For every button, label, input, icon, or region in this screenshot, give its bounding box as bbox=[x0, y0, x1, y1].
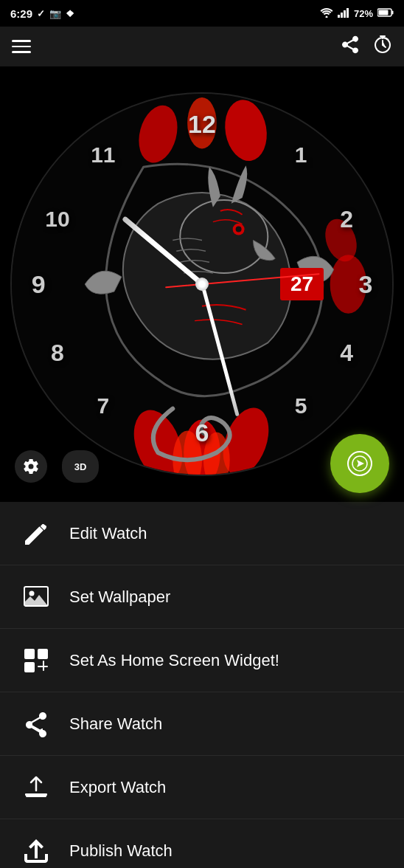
timer-icon[interactable] bbox=[373, 35, 392, 58]
svg-rect-7 bbox=[379, 10, 389, 15]
share-watch-label: Share Watch bbox=[69, 714, 162, 734]
battery-label: 72% bbox=[354, 8, 373, 19]
svg-rect-3 bbox=[344, 10, 346, 18]
publish-watch-icon bbox=[19, 834, 53, 868]
menu-item-share-watch[interactable]: Share Watch bbox=[0, 692, 404, 756]
center-dot bbox=[195, 278, 209, 291]
hamburger-menu[interactable] bbox=[12, 40, 31, 53]
hamburger-line-1 bbox=[12, 40, 31, 42]
svg-rect-1 bbox=[338, 15, 340, 18]
signal-icon bbox=[338, 7, 349, 20]
hamburger-line-2 bbox=[12, 46, 31, 48]
svg-rect-6 bbox=[392, 10, 394, 14]
share-icon[interactable] bbox=[341, 35, 360, 58]
set-wallpaper-icon bbox=[19, 580, 53, 614]
status-right: 72% bbox=[320, 7, 394, 20]
edit-watch-label: Edit Watch bbox=[69, 524, 147, 543]
svg-rect-2 bbox=[341, 13, 343, 18]
three-d-label: 3D bbox=[74, 461, 87, 472]
watch-area: 12 1 2 3 4 5 6 7 8 9 10 11 27 bbox=[0, 66, 404, 502]
menu-item-export-watch[interactable]: Export Watch bbox=[0, 756, 404, 819]
svg-rect-28 bbox=[38, 649, 48, 659]
menu-item-publish-watch[interactable]: Publish Watch bbox=[0, 819, 404, 868]
menu-item-set-wallpaper[interactable]: Set Wallpaper bbox=[0, 565, 404, 629]
set-wallpaper-label: Set Wallpaper bbox=[69, 588, 170, 607]
export-watch-icon bbox=[19, 771, 53, 805]
svg-rect-27 bbox=[24, 649, 35, 659]
settings-button[interactable] bbox=[15, 450, 47, 483]
menu-area: Edit Watch Set Wallpaper Set As Home Scr… bbox=[0, 502, 404, 868]
share-watch-icon bbox=[19, 707, 53, 741]
clock-face: 12 1 2 3 4 5 6 7 8 9 10 11 27 bbox=[10, 92, 394, 476]
svg-rect-29 bbox=[24, 662, 35, 672]
status-bar: 6:29 ✓ 📷 ❖ 72% bbox=[0, 0, 404, 27]
top-bar-icons bbox=[341, 35, 392, 58]
photo-icon: 📷 bbox=[49, 8, 61, 19]
clock-controls: 3D bbox=[15, 450, 99, 483]
home-screen-widget-icon bbox=[19, 644, 53, 678]
svg-rect-31 bbox=[43, 661, 44, 671]
publish-watch-label: Publish Watch bbox=[69, 841, 173, 861]
time-display: 6:29 bbox=[10, 7, 32, 20]
checkmark-icon: ✓ bbox=[37, 8, 45, 19]
fab-send-to-watch[interactable] bbox=[330, 434, 389, 493]
svg-rect-33 bbox=[25, 793, 47, 796]
top-bar bbox=[0, 27, 404, 66]
menu-item-home-screen-widget[interactable]: Set As Home Screen Widget! bbox=[0, 629, 404, 692]
wifi-icon bbox=[320, 7, 333, 20]
svg-rect-4 bbox=[346, 8, 349, 18]
export-watch-label: Export Watch bbox=[69, 778, 166, 797]
battery-icon bbox=[377, 8, 394, 19]
status-left: 6:29 ✓ 📷 ❖ bbox=[10, 7, 74, 20]
svg-point-26 bbox=[29, 590, 35, 596]
menu-item-edit-watch[interactable]: Edit Watch bbox=[0, 502, 404, 565]
three-d-button[interactable]: 3D bbox=[62, 450, 99, 483]
hour-hand bbox=[122, 216, 204, 286]
clock-hands bbox=[12, 94, 392, 475]
svg-point-0 bbox=[325, 16, 327, 18]
minute-hand bbox=[201, 283, 240, 416]
edit-watch-icon bbox=[19, 517, 53, 551]
home-screen-widget-label: Set As Home Screen Widget! bbox=[69, 651, 279, 670]
dropbox-icon: ❖ bbox=[66, 8, 74, 19]
hamburger-line-3 bbox=[12, 51, 31, 53]
